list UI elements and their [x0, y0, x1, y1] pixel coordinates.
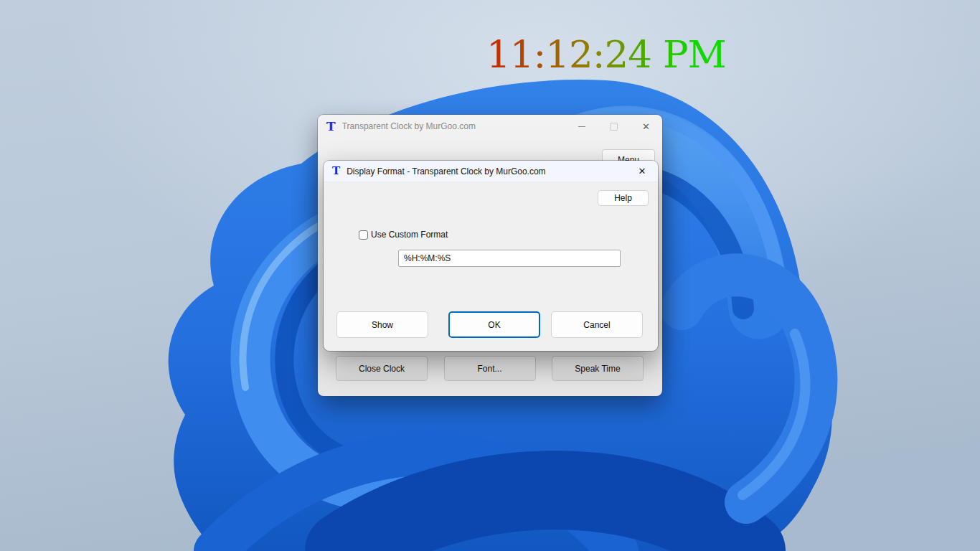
close-icon: ✕: [642, 122, 650, 131]
main-window-title: Transparent Clock by MurGoo.com: [342, 121, 476, 131]
maximize-button[interactable]: [598, 115, 630, 138]
font-button[interactable]: Font...: [444, 356, 536, 381]
main-window-titlebar[interactable]: T Transparent Clock by MurGoo.com ✕: [318, 115, 662, 138]
dialog-titlebar[interactable]: T Display Format - Transparent Clock by …: [324, 161, 658, 182]
use-custom-format-label: Use Custom Format: [371, 230, 448, 240]
format-string-input[interactable]: [398, 250, 621, 267]
help-button[interactable]: Help: [598, 190, 649, 206]
ok-button[interactable]: OK: [448, 311, 540, 338]
transparent-clock-time: 11:12:24 PM: [486, 32, 726, 77]
dialog-close-button[interactable]: ✕: [626, 161, 658, 182]
close-clock-button[interactable]: Close Clock: [336, 356, 428, 381]
minimize-icon: [578, 126, 585, 127]
main-window-footer: Close Clock Font... Speak Time: [336, 356, 644, 381]
app-logo-icon: T: [332, 166, 340, 176]
cancel-button[interactable]: Cancel: [551, 311, 643, 338]
close-icon: ✕: [639, 166, 646, 176]
display-format-dialog: T Display Format - Transparent Clock by …: [324, 161, 658, 351]
dialog-title: Display Format - Transparent Clock by Mu…: [347, 166, 545, 176]
window-controls: ✕: [565, 115, 662, 138]
use-custom-format-checkbox[interactable]: [359, 230, 368, 240]
speak-time-button[interactable]: Speak Time: [552, 356, 644, 381]
minimize-button[interactable]: [565, 115, 598, 138]
app-logo-icon: T: [326, 121, 336, 133]
close-button[interactable]: ✕: [630, 115, 662, 138]
show-button[interactable]: Show: [336, 311, 428, 338]
use-custom-format-row: Use Custom Format: [359, 230, 448, 240]
maximize-icon: [610, 123, 618, 131]
